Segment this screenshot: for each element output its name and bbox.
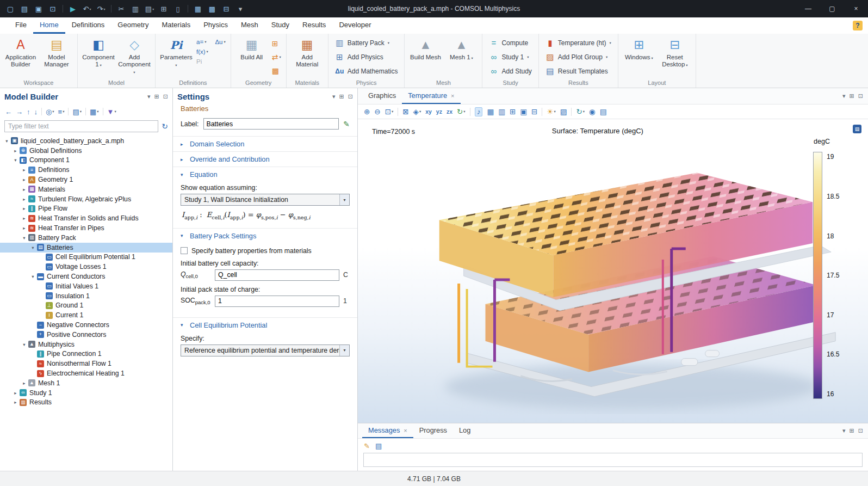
update-plot-icon[interactable]: ↻▾ — [576, 107, 585, 116]
plot-image-icon[interactable]: ▤ — [853, 125, 861, 133]
zoom-box-icon[interactable]: ⊡▾ — [385, 107, 394, 116]
maximize-button[interactable]: ▢ — [820, 0, 844, 17]
filter-input[interactable] — [4, 120, 158, 132]
tab-messages[interactable]: Messages× — [362, 423, 413, 438]
zoom-out-icon[interactable]: ⊖ — [374, 107, 380, 116]
tree-node-positive-connectors[interactable]: +Positive Connectors — [0, 330, 172, 340]
dropdown-arrow-icon[interactable]: ▾ — [339, 194, 349, 205]
tree-node-global-definitions[interactable]: ▸⊕Global Definitions — [0, 146, 172, 156]
tree-node-negative-connectors[interactable]: −Negative Connectors — [0, 320, 172, 330]
group-nodes-icon[interactable]: ▤▾ — [72, 108, 82, 116]
zoom-in-icon[interactable]: ⊕ — [364, 107, 370, 116]
copy-messages-icon[interactable]: ▤ — [375, 442, 382, 450]
paste-icon[interactable]: ▤▾ — [144, 2, 156, 15]
run-icon[interactable]: ▶ — [67, 2, 79, 15]
move-down-icon[interactable]: ↓ — [34, 108, 38, 116]
plot-group-select[interactable]: ▮Temperature (ht)▾ — [542, 36, 615, 50]
view-zx-plane-icon[interactable]: zx — [447, 108, 452, 115]
tree-node-geometry-1[interactable]: ▸AGeometry 1 — [0, 175, 172, 184]
application-builder-button[interactable]: AApplication Builder — [3, 36, 38, 68]
add-component-button[interactable]: ◇Add Component ▾ — [117, 36, 152, 76]
panel-pin-icon[interactable]: ⊡ — [858, 427, 863, 434]
duplicate-icon[interactable]: ⊞ — [158, 2, 170, 15]
view-xy-plane-icon[interactable]: xy — [425, 108, 432, 115]
tree-node-turbulent-flow-algebraic-yplus[interactable]: ▸≈Turbulent Flow, Algebraic yPlus — [0, 194, 172, 204]
tree-node-results[interactable]: ▸▥Results — [0, 398, 172, 408]
chevron-expanded-icon[interactable]: ▾ — [12, 157, 19, 163]
go-back-icon[interactable]: ← — [5, 108, 12, 116]
ribbon-tab-developer[interactable]: Developer — [332, 17, 377, 34]
chevron-collapsed-icon[interactable]: ▸ — [21, 206, 28, 211]
panel-float-icon[interactable]: ⊞ — [339, 93, 344, 100]
variable-utilities-button[interactable]: Δu▾ — [213, 38, 227, 46]
chevron-collapsed-icon[interactable]: ▸ — [21, 177, 28, 182]
add-study-button[interactable]: ∞Add Study — [486, 64, 535, 78]
chevron-collapsed-icon[interactable]: ▸ — [21, 167, 28, 173]
tab-graphics[interactable]: Graphics — [362, 88, 402, 104]
image-snapshot-icon[interactable]: ◉ — [589, 107, 596, 116]
tree-node-study-1[interactable]: ▸∞Study 1 — [0, 388, 172, 398]
copy-icon[interactable]: ▥ — [129, 2, 141, 15]
parameters-button[interactable]: PiParameters ▾ — [159, 36, 194, 68]
compute-button[interactable]: =Compute — [486, 36, 535, 50]
panel-float-icon[interactable]: ⊞ — [850, 427, 854, 434]
mesh-1-button[interactable]: ▲Mesh 1 ▾ — [444, 36, 479, 61]
battery-pack-3d-visualization[interactable] — [358, 119, 868, 423]
chevron-expanded-icon[interactable]: ▾ — [29, 245, 36, 250]
rename-icon[interactable]: ✎ — [343, 120, 350, 128]
section-override-contribution[interactable]: ▸ Override and Contribution — [173, 151, 357, 167]
panel-float-icon[interactable]: ⊞ — [850, 93, 854, 100]
graphics-canvas[interactable]: Time=72000 s Surface: Temperature (degC)… — [358, 119, 868, 423]
view-yz-plane-icon[interactable]: yz — [436, 108, 442, 115]
ribbon-tab-definitions[interactable]: Definitions — [65, 17, 111, 34]
tree-node-pipe-flow[interactable]: ▸∥Pipe Flow — [0, 204, 172, 214]
ribbon-tab-study[interactable]: Study — [265, 17, 296, 34]
import-icon[interactable]: ⊞ — [270, 38, 283, 49]
panel-menu-icon[interactable]: ▾ — [147, 93, 151, 100]
capacity-input[interactable] — [215, 269, 339, 281]
select-box-icon[interactable]: ▣ — [520, 107, 527, 116]
dropdown-arrow-icon[interactable]: ▾ — [339, 345, 349, 356]
tree-node-definitions[interactable]: ▸≡Definitions — [0, 165, 172, 175]
minimize-button[interactable]: — — [796, 0, 820, 17]
ribbon-tab-home[interactable]: Home — [33, 17, 65, 34]
tab-progress[interactable]: Progress — [413, 423, 453, 438]
undo-icon[interactable]: ↶▾ — [81, 2, 93, 15]
plot-in-table-icon[interactable]: ⊞ — [510, 107, 516, 116]
section-domain-selection[interactable]: ▸ Domain Selection — [173, 136, 357, 151]
windows-button[interactable]: ⊞Windows ▾ — [622, 36, 656, 61]
panel-menu-icon[interactable]: ▾ — [842, 427, 846, 434]
panel-pin-icon[interactable]: ⊡ — [348, 93, 353, 100]
tree-node-insulation-1[interactable]: ▭Insulation 1 — [0, 291, 172, 301]
panel-menu-icon[interactable]: ▾ — [842, 93, 846, 100]
ribbon-tab-materials[interactable]: Materials — [155, 17, 197, 34]
tree-node-cell-equilibrium-potential-1[interactable]: ▭Cell Equilibrium Potential 1 — [0, 253, 172, 262]
reset-desktop-button[interactable]: ⊟Reset Desktop ▾ — [658, 36, 692, 68]
remove-details-icon[interactable]: ▩ — [270, 65, 283, 76]
open-model-icon[interactable]: ▤ — [18, 2, 30, 15]
cut-icon[interactable]: ✂ — [115, 2, 127, 15]
tree-node-electrochemical-heating-1[interactable]: ϟElectrochemical Heating 1 — [0, 368, 172, 378]
scene-rotation-icon[interactable]: ↻▾ — [457, 107, 466, 116]
show-grid-icon[interactable]: ▦ — [487, 107, 494, 116]
delete-icon[interactable]: ▯ — [172, 2, 184, 15]
tree-node-current-1[interactable]: ICurrent 1 — [0, 310, 172, 320]
new-model-icon[interactable]: ▢ — [4, 2, 16, 15]
tree-node-batteries[interactable]: ▾▤Batteries — [0, 243, 172, 253]
livelink-icon[interactable]: ⇄▾ — [270, 51, 283, 63]
tree-node-multiphysics[interactable]: ▾▲Multiphysics — [0, 340, 172, 349]
transparency-icon[interactable]: ▨ — [560, 107, 567, 116]
customize-toolbar-icon[interactable]: ▾ — [234, 2, 246, 15]
physics-interface-select[interactable]: ▥Battery Pack▾ — [332, 36, 401, 50]
help-button[interactable]: ? — [853, 21, 863, 30]
tree-node-voltage-losses-1[interactable]: ▭Voltage Losses 1 — [0, 262, 172, 272]
ribbon-tab-results[interactable]: Results — [296, 17, 332, 34]
save-icon[interactable]: ▣ — [33, 2, 45, 15]
section-cell-equilibrium-potential[interactable]: ▾ Cell Equilibrium Potential — [173, 317, 357, 333]
functions-button[interactable]: f(x)▾ — [195, 48, 210, 56]
panel-pin-icon[interactable]: ⊡ — [858, 93, 863, 100]
close-tab-icon[interactable]: × — [404, 427, 407, 434]
tree-node-battery-pack[interactable]: ▾▥Battery Pack — [0, 233, 172, 243]
tree-node-pipe-connection-1[interactable]: ∥Pipe Connection 1 — [0, 349, 172, 359]
panel-pin-icon[interactable]: ⊡ — [163, 93, 168, 100]
